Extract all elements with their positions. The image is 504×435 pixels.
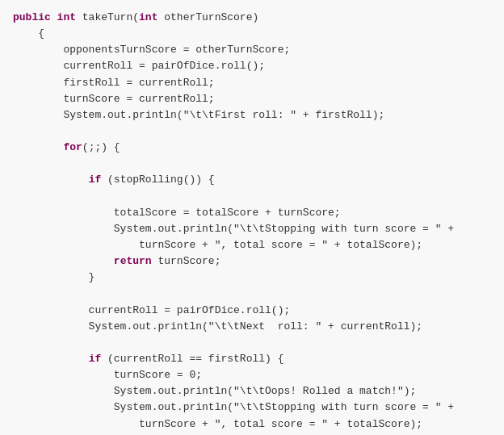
code-line [13,335,491,351]
code-token: otherTurnScore) [158,11,258,23]
code-token [13,174,89,186]
code-line: System.out.println("\t\tOops! Rolled a m… [13,383,491,399]
code-token: public [13,11,57,23]
code-line: currentRoll = pairOfDice.roll(); [13,303,491,319]
code-line: public int takeTurn(int otherTurnScore) [13,10,491,26]
code-token [13,353,89,365]
code-line: return turnScore; [13,433,491,435]
code-token [13,255,114,267]
code-line: turnScore + ", total score = " + totalSc… [13,237,491,253]
code-token: (stopRolling()) { [101,174,214,186]
code-line: firstRoll = currentRoll; [13,75,491,91]
code-line: if (stopRolling()) { [13,172,491,188]
code-token: totalScore = totalScore + turnScore; [13,207,341,219]
code-block: public int takeTurn(int otherTurnScore) … [0,6,504,435]
code-token: int [57,11,76,23]
code-token: } [13,271,94,283]
code-token: turnScore = currentRoll; [13,93,215,105]
code-line: return turnScore; [13,253,491,270]
code-token: System.out.println("\t\tStopping with tu… [13,401,454,413]
code-token: currentRoll = pairOfDice.roll(); [13,304,290,316]
code-line: turnScore = 0; [13,367,491,383]
code-line: System.out.println("\t\tStopping with tu… [13,221,491,237]
code-line: opponentsTurnScore = otherTurnScore; [13,42,491,58]
code-token: return [114,255,152,267]
code-token: turnScore + ", total score = " + totalSc… [13,239,422,251]
code-line: if (currentRoll == firstRoll) { [13,351,491,367]
code-token: if [89,353,102,365]
code-line: currentRoll = pairOfDice.roll(); [13,58,491,74]
code-container: public int takeTurn(int otherTurnScore) … [0,0,504,435]
code-line: totalScore = totalScore + turnScore; [13,205,491,221]
code-token: if [89,174,102,186]
code-line [13,286,491,302]
code-token: turnScore; [152,255,221,267]
code-line: System.out.println("\t\tStopping with tu… [13,399,491,416]
code-line [13,189,491,205]
code-line: System.out.println("\t\tFirst roll: " + … [13,107,491,123]
code-line: { [13,26,491,42]
code-line: } [13,270,491,286]
code-token: (currentRoll == firstRoll) { [101,353,284,365]
code-line: for(;;) { [13,140,491,156]
code-token: int [139,11,158,23]
code-token: opponentsTurnScore = otherTurnScore; [13,44,290,56]
code-line: System.out.println("\t\tNext roll: " + c… [13,319,491,335]
code-line [13,123,491,140]
code-token: firstRoll = currentRoll; [13,77,215,89]
code-token: turnScore + ", total score = " + totalSc… [13,418,422,430]
code-token: takeTurn( [76,11,139,23]
code-line: turnScore = currentRoll; [13,91,491,107]
code-token [13,141,63,153]
code-token: for [63,141,82,153]
code-token: System.out.println("\t\tNext roll: " + c… [13,320,422,333]
code-token: (;;) { [82,141,120,153]
code-token: System.out.println("\t\tStopping with tu… [13,223,454,235]
code-line [13,156,491,172]
code-token: turnScore = 0; [13,369,202,381]
code-token: { [13,27,44,40]
code-line: turnScore + ", total score = " + totalSc… [13,416,491,433]
code-token: System.out.println("\t\tOops! Rolled a m… [13,385,416,397]
code-token: currentRoll = pairOfDice.roll(); [13,60,265,72]
code-token: System.out.println("\t\tFirst roll: " + … [13,109,384,121]
